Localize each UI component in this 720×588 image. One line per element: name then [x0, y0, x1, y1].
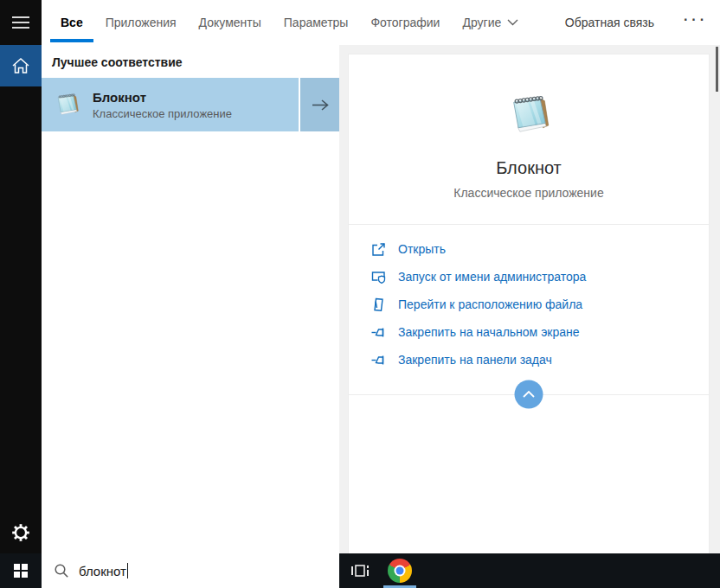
- home-icon: [10, 54, 32, 77]
- result-subtitle: Классическое приложение: [93, 107, 232, 120]
- action-open[interactable]: Открыть: [371, 235, 709, 263]
- action-label: Закрепить на панели задач: [398, 353, 552, 367]
- preview-card: Блокнот Классическое приложение Открыть …: [348, 54, 710, 553]
- search-filter-tabbar: Все Приложения Документы Параметры Фотог…: [42, 0, 720, 45]
- preview-header: Блокнот Классическое приложение: [349, 54, 709, 200]
- home-button[interactable]: [0, 45, 42, 86]
- tab-more-label: Другие: [462, 16, 501, 29]
- taskbar: блокнот: [0, 553, 720, 588]
- text-caret: [127, 563, 128, 578]
- task-view-icon: [350, 563, 370, 578]
- preview-subtitle: Классическое приложение: [453, 186, 603, 200]
- preview-pane: Блокнот Классическое приложение Открыть …: [339, 45, 720, 553]
- hamburger-icon: [11, 16, 30, 29]
- tab-all[interactable]: Все: [61, 0, 83, 45]
- run-as-admin-icon: [371, 270, 386, 284]
- action-label: Запуск от имени администратора: [398, 270, 586, 284]
- result-item-notepad[interactable]: Блокнот Классическое приложение: [42, 78, 339, 131]
- windows-logo-icon: [14, 564, 29, 578]
- settings-button[interactable]: [0, 512, 42, 553]
- tab-photos[interactable]: Фотографии: [370, 0, 440, 45]
- action-pin-to-start[interactable]: Закрепить на начальном экране: [371, 318, 709, 346]
- search-results-pane: Лучшее соответствие Блокнот Классическое…: [42, 45, 339, 553]
- best-match-header: Лучшее соответствие: [42, 45, 339, 78]
- result-title: Блокнот: [93, 90, 232, 105]
- file-location-icon: [371, 297, 386, 312]
- action-pin-to-taskbar[interactable]: Закрепить на панели задач: [371, 346, 709, 374]
- tab-apps[interactable]: Приложения: [106, 0, 177, 45]
- tab-documents[interactable]: Документы: [199, 0, 261, 45]
- chrome-icon: [388, 559, 412, 583]
- tab-settings[interactable]: Параметры: [284, 0, 349, 45]
- menu-button[interactable]: [0, 2, 42, 43]
- scrollbar-thumb[interactable]: [716, 47, 718, 92]
- task-view-button[interactable]: [340, 553, 380, 588]
- pin-to-start-icon: [371, 325, 386, 340]
- action-label: Закрепить на начальном экране: [398, 325, 580, 339]
- gear-icon: [10, 522, 31, 543]
- action-label: Перейти к расположению файла: [398, 297, 582, 311]
- chevron-down-icon: [507, 19, 518, 26]
- arrow-right-icon: [311, 99, 330, 112]
- feedback-link[interactable]: Обратная связь: [565, 16, 654, 29]
- action-list: Открыть Запуск от имени администратора П…: [349, 225, 709, 374]
- tab-more-filters[interactable]: Другие: [462, 0, 518, 45]
- notepad-app-icon-large: [505, 91, 554, 140]
- open-icon: [371, 242, 386, 257]
- collapse-button[interactable]: [515, 380, 543, 409]
- tabbar-right: Обратная связь ···: [565, 13, 708, 32]
- pin-to-taskbar-icon: [371, 353, 386, 368]
- taskbar-search-input[interactable]: блокнот: [42, 553, 339, 588]
- action-run-as-admin[interactable]: Запуск от имени администратора: [371, 263, 709, 291]
- start-button[interactable]: [0, 553, 42, 588]
- search-flyout-rail: [0, 0, 42, 553]
- result-text: Блокнот Классическое приложение: [93, 90, 232, 120]
- collapse-row: [349, 375, 709, 431]
- preview-title: Блокнот: [496, 158, 562, 178]
- action-label: Открыть: [398, 242, 446, 256]
- action-open-file-location[interactable]: Перейти к расположению файла: [371, 291, 709, 318]
- notepad-app-icon: [53, 91, 81, 119]
- search-query-text: блокнот: [79, 564, 126, 578]
- chevron-up-icon: [523, 391, 536, 399]
- result-expand-button[interactable]: [299, 78, 339, 131]
- filter-tabs: Все Приложения Документы Параметры Фотог…: [61, 0, 518, 45]
- search-icon: [54, 563, 69, 578]
- more-options-icon[interactable]: ···: [684, 13, 708, 32]
- chrome-taskbar-button[interactable]: [380, 553, 420, 588]
